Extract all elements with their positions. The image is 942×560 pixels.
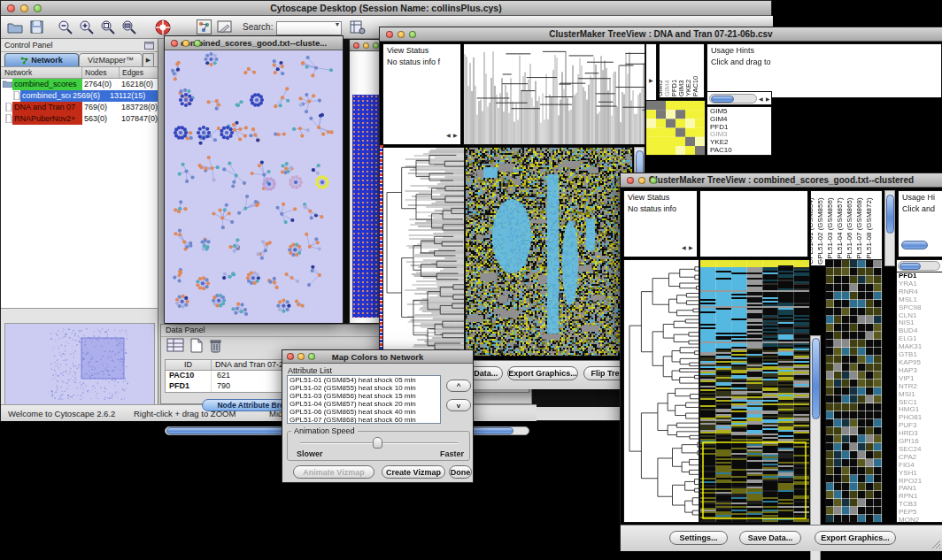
scroll-left-icon[interactable]: ◀: [759, 95, 763, 104]
attribute-listbox[interactable]: GPL51-01 (GSM854) heat shock 05 minGPL51…: [287, 375, 441, 424]
minimize-button[interactable]: [297, 353, 305, 360]
tab-vizmapper[interactable]: VizMapper™: [79, 53, 143, 66]
tv1-main-heatmap[interactable]: [465, 147, 633, 357]
network-table-row[interactable]: DNA and Tran 07769(0)183728(0): [1, 102, 158, 113]
scroll-right-icon[interactable]: ▶: [453, 131, 458, 140]
search-input-wrap: ▼: [276, 19, 342, 35]
close-button[interactable]: [7, 4, 15, 12]
tv2-row-dendrogram[interactable]: [623, 259, 699, 523]
zoom-button[interactable]: [194, 40, 201, 47]
dense-network-block[interactable]: [352, 95, 381, 318]
tv2-gene-hscrollbar[interactable]: [898, 261, 940, 271]
attribute-list-item[interactable]: GPL51-02 (GSM855) heat shock 10 min: [290, 384, 440, 392]
delete-attribute-icon[interactable]: [209, 338, 222, 357]
speed-slider-thumb[interactable]: [373, 437, 382, 449]
network-file-icon: [1, 114, 12, 125]
tv1-row-dendrogram[interactable]: [382, 147, 465, 357]
done-button[interactable]: Done: [449, 465, 472, 479]
move-down-button[interactable]: v: [446, 399, 471, 411]
network-table-row[interactable]: RNAPuberNov2+563(0)107847(0): [1, 113, 158, 125]
open-file-icon[interactable]: [6, 19, 24, 36]
zoom-out-icon[interactable]: [57, 19, 74, 36]
attribute-list-item[interactable]: GPL51-03 (GSM856) heat shock 15 min: [290, 392, 440, 400]
close-button[interactable]: [353, 42, 359, 49]
minimize-button[interactable]: [363, 42, 369, 49]
minimize-button[interactable]: [398, 31, 405, 38]
minimize-button[interactable]: [182, 40, 189, 47]
zoom-in-icon[interactable]: [78, 19, 96, 36]
network-edges-count: 183728(0): [120, 102, 158, 113]
network-overview-canvas[interactable]: [5, 324, 154, 404]
zoom-button[interactable]: [34, 4, 42, 12]
create-vizmap-button[interactable]: Create Vizmap: [382, 465, 445, 479]
zoom-button[interactable]: [373, 42, 379, 49]
table-grid-icon[interactable]: [166, 338, 184, 356]
zoom-fit-icon[interactable]: [120, 19, 138, 36]
attribute-list-item[interactable]: GPL51-07 (GSM868) heat shock 60 min: [290, 416, 440, 424]
tv1-gene-scrollbar-panel[interactable]: ◀ ▶: [706, 91, 772, 105]
attribute-list-item[interactable]: GPL51-06 (GSM865) heat shock 40 min: [290, 408, 440, 416]
vizmap-icon[interactable]: [195, 19, 212, 36]
search-dropdown-arrow[interactable]: ▼: [335, 21, 341, 27]
minimize-button[interactable]: [20, 4, 28, 12]
zoom-selected-icon[interactable]: [99, 19, 117, 36]
float-panel-icon[interactable]: [144, 37, 154, 53]
annotation-icon[interactable]: [216, 19, 234, 36]
scroll-right-icon[interactable]: ▶: [689, 243, 693, 252]
export-graphics-button[interactable]: Export Graphics...: [815, 531, 896, 545]
tab-more-arrow[interactable]: ▶: [143, 53, 154, 66]
help-lifering-icon[interactable]: [154, 19, 172, 36]
scroll-left-icon[interactable]: ◀: [446, 131, 451, 140]
network-name: combined_scores: [12, 79, 82, 90]
network-overview-panel[interactable]: [4, 323, 155, 405]
tv2-gene-label[interactable]: MON2: [897, 517, 942, 523]
tv1-gene-list: GIM5GIM4PFD1GIM3YKE2PAC10: [706, 106, 772, 156]
main-titlebar[interactable]: Cytoscape Desktop (Session Name: collins…: [1, 1, 771, 16]
minimize-button[interactable]: [638, 177, 645, 184]
tv2-usage-hints-line2: Click and: [899, 203, 942, 214]
attribute-browser-icon[interactable]: [349, 19, 367, 36]
close-button[interactable]: [171, 40, 178, 47]
col-header-network[interactable]: Network: [1, 67, 82, 78]
close-button[interactable]: [386, 31, 393, 38]
scroll-right-icon[interactable]: ▶: [766, 95, 770, 104]
close-button[interactable]: [627, 177, 634, 184]
tab-network[interactable]: Network: [4, 53, 79, 66]
export-graphics-button[interactable]: Export Graphics...: [507, 366, 578, 380]
close-button[interactable]: [287, 353, 294, 360]
network-view-canvas[interactable]: [165, 51, 343, 323]
attribute-list-item[interactable]: GPL51-04 (GSM857) heat shock 20 min: [290, 400, 440, 408]
col-header-nodes[interactable]: Nodes: [82, 67, 120, 78]
zoom-button[interactable]: [650, 177, 657, 184]
tv2-hints-scrollthumb[interactable]: [901, 241, 928, 249]
attribute-list-item[interactable]: GPL51-01 (GSM854) heat shock 05 min: [290, 376, 440, 384]
tv1-column-dendrogram[interactable]: [463, 43, 645, 145]
network-table-row[interactable]: combined_sco2569(6)13112(15): [1, 90, 158, 102]
tv1-gene-label[interactable]: PAC10: [707, 147, 771, 155]
move-up-button[interactable]: ^: [446, 380, 471, 392]
tv2-column-label: GPL51-06 (GSM865): [845, 197, 853, 265]
tv2-zoom-heatmap[interactable]: [825, 259, 883, 523]
network-table-row[interactable]: combined_scores2764(0)16218(0): [1, 79, 158, 90]
scroll-left-icon[interactable]: ◀: [682, 243, 686, 252]
tv1-zoom-matrix[interactable]: [645, 100, 706, 156]
save-icon[interactable]: [27, 19, 45, 36]
new-attribute-icon[interactable]: [189, 338, 204, 357]
zoom-button[interactable]: [409, 31, 416, 38]
zoom-button[interactable]: [308, 353, 315, 360]
tv1-usage-hints-panel: Usage Hints Click and drag to: [706, 43, 942, 98]
settings-button[interactable]: Settings...: [669, 531, 728, 545]
tv1-column-labels: GIM5GIM4PFD1GIM3YKE2PAC10: [659, 43, 705, 98]
animate-vizmap-button[interactable]: Animate Vizmap: [293, 465, 374, 479]
save-data-button[interactable]: Save Data...: [739, 531, 801, 545]
network-counts: 2764(0)16218(0): [82, 79, 158, 90]
resize-grip-icon[interactable]: [930, 539, 941, 549]
slower-label: Slower: [297, 449, 323, 458]
attribute-list-label: Attribute List: [288, 366, 332, 375]
data-col-id[interactable]: ID: [166, 360, 212, 370]
search-input[interactable]: [276, 21, 342, 35]
tv2-collabel-vscrollbar[interactable]: [884, 190, 895, 266]
tv2-column-dendrogram-area[interactable]: [699, 190, 808, 257]
tv2-main-heatmap[interactable]: [699, 259, 810, 523]
col-header-edges[interactable]: Edges: [120, 67, 158, 78]
